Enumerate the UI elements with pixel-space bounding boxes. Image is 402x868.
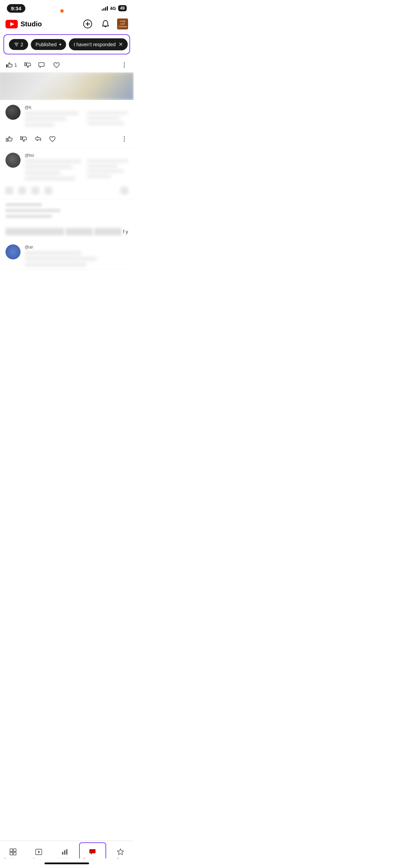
comment-actions-top: 1: [0, 58, 134, 73]
nav-icons: LongLiveCinema: [81, 18, 128, 30]
avatar-2: [5, 153, 21, 168]
comment-action-row-1: [5, 132, 128, 148]
avatar-1: [5, 105, 21, 120]
comment-username-1: @k: [25, 105, 128, 110]
svg-point-13: [124, 141, 125, 142]
responded-close-icon[interactable]: ✕: [118, 41, 123, 48]
responded-label: I haven't responded: [74, 42, 116, 47]
published-filter-chip[interactable]: Published ▾: [31, 39, 66, 50]
svg-point-12: [124, 139, 125, 140]
signal-bars: [102, 6, 108, 11]
notification-button[interactable]: [99, 18, 112, 30]
filter-bar: 2 Published ▾ I haven't responded ✕ Se: [3, 34, 130, 54]
reply-button-top[interactable]: [38, 61, 46, 69]
more-button-top[interactable]: [121, 61, 128, 69]
comment-username-2: @bo: [25, 153, 128, 158]
responded-filter-chip[interactable]: I haven't responded ✕: [69, 38, 128, 50]
comment-username-3: @ar: [25, 244, 128, 250]
comment-item-1: @k: [0, 100, 134, 148]
banner-text: f y: [123, 229, 128, 234]
comment-item-2: @bo: [0, 148, 134, 200]
youtube-logo-icon: [5, 20, 18, 28]
svg-point-10: [124, 67, 125, 68]
add-button[interactable]: [81, 18, 94, 30]
battery-icon: 49: [118, 5, 127, 11]
reply-button-c1[interactable]: [34, 135, 42, 143]
svg-point-9: [124, 65, 125, 66]
more-button-c1[interactable]: [121, 135, 128, 143]
notification-dot: [60, 9, 64, 13]
like-button-c1[interactable]: [5, 135, 13, 143]
svg-point-11: [124, 137, 125, 138]
heart-button-top[interactable]: [53, 61, 60, 69]
status-bar: 9:34 4G 49: [0, 0, 134, 15]
comment-item-3: @ar: [0, 240, 134, 270]
video-strip: [0, 73, 134, 100]
published-chevron-icon: ▾: [59, 42, 61, 47]
like-button-top[interactable]: 1: [5, 61, 17, 69]
dislike-button-c1[interactable]: [20, 135, 27, 143]
like-count: 1: [14, 62, 17, 68]
network-label: 4G: [110, 6, 116, 11]
main-content: 1: [0, 58, 134, 304]
top-nav: Studio LongLiveCinema: [0, 15, 134, 34]
filter-count-chip[interactable]: 2: [9, 39, 28, 50]
published-label: Published: [36, 42, 57, 47]
heart-button-c1[interactable]: [49, 135, 56, 143]
bottom-banner: f y: [0, 224, 134, 240]
svg-point-8: [124, 63, 125, 64]
dislike-button-top[interactable]: [24, 61, 32, 69]
blurred-section: [0, 200, 134, 224]
channel-avatar[interactable]: LongLiveCinema: [117, 18, 128, 29]
status-right: 4G 49: [102, 5, 127, 11]
status-time: 9:34: [7, 4, 25, 13]
avatar-3: [5, 244, 21, 259]
logo-area: Studio: [5, 20, 42, 28]
studio-label: Studio: [21, 20, 42, 28]
filter-count: 2: [21, 42, 23, 47]
